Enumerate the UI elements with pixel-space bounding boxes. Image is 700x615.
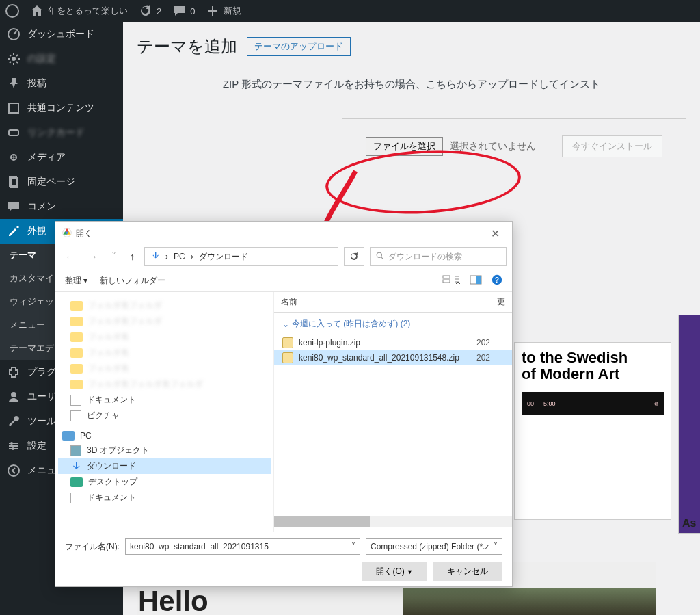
tree-folder[interactable]: フォルダ名 [58,361,271,376]
tree-label: ドキュメント [87,492,136,503]
close-button[interactable]: ✕ [485,226,505,241]
comments-count: 0 [190,6,195,16]
column-date[interactable]: 更 [497,296,505,308]
updates[interactable]: 2 [139,4,161,18]
site-link[interactable]: 年をとるって楽しい [30,4,128,18]
tree-label: フォルダ名 [88,363,129,374]
sidebar-item-label: ダッシュボード [27,28,94,40]
sidebar-item-label: 設定 [27,440,46,452]
new-folder-button[interactable]: 新しいフォルダー [100,275,165,287]
tree-folder[interactable]: フォルダ名 [58,345,271,361]
filename-input[interactable]: keni80_wp_standard_all_2021091315˅ [125,538,360,555]
comments[interactable]: 0 [172,4,195,18]
dashboard-icon [7,27,21,41]
sidebar-item-linkcard[interactable]: リンクカード [0,120,123,145]
column-name[interactable]: 名前 [281,296,497,308]
tree-label: フォルダ名フォルダ名フォルダ [88,378,203,390]
breadcrumb-path[interactable]: › PC › ダウンロード [144,247,338,266]
tree-desktop[interactable]: デスクトップ [58,474,271,490]
sidebar-item-common-content[interactable]: 共通コンテンツ [0,96,123,120]
horizontal-scrollbar[interactable] [274,516,512,527]
help-button[interactable]: ? [492,274,502,287]
path-pc[interactable]: PC [174,252,185,261]
tree-folder[interactable]: フォルダ名フォルダ名フォルダ [58,376,271,392]
picture-icon [70,410,81,421]
new-label: 新規 [224,5,241,17]
comment-icon [7,200,21,213]
document-icon [70,493,81,503]
tree-label: フォルダ名 [88,347,129,358]
theme-preview-hello: Hello [138,585,208,615]
chevron-down-icon: ˅ [494,542,498,551]
sidebar-item-label: メニュ [27,464,56,477]
tree-documents[interactable]: ドキュメント [58,392,271,408]
preview-time: 00 — 5:00 [527,400,556,407]
file-row[interactable]: keni80_wp_standard_all_202109131548.zip … [274,350,512,365]
nav-forward[interactable]: → [84,250,102,263]
upload-theme-tab[interactable]: テーマのアップロード [247,37,351,56]
tree-documents-pc[interactable]: ドキュメント [58,490,271,506]
tree-pc[interactable]: PC [58,429,271,443]
open-button[interactable]: 開く(O) ▼ [362,562,427,581]
folder-icon [70,348,83,358]
file-row[interactable]: keni-lp-plugin.zip 202 [274,335,512,350]
sidebar-item-settings-plugin[interactable]: の設定 [0,47,123,71]
path-downloads[interactable]: ダウンロード [199,251,248,263]
preview-title-line2: of Modern Art [522,366,664,382]
sidebar-item-dashboard[interactable]: ダッシュボード [0,22,123,47]
organize-menu[interactable]: 整理 ▾ [65,275,88,287]
svg-rect-3 [9,103,18,113]
sidebar-item-posts[interactable]: 投稿 [0,71,123,96]
tree-folder[interactable]: フォルダ名フォルダ [58,313,271,329]
dialog-nav-row: ← → ˅ ↑ › PC › ダウンロード ダウンロードの検索 [55,246,512,270]
filetype-filter[interactable]: Compressed (zipped) Folder (*.z˅ [366,538,502,555]
nav-back[interactable]: ← [61,250,79,263]
svg-point-10 [14,445,17,447]
install-now-button[interactable]: 今すぐインストール [562,135,662,157]
filename-label: ファイル名(N): [65,541,120,553]
view-options[interactable] [442,275,460,287]
sidebar-item-label: ユーザ [27,391,56,403]
sidebar-item-media[interactable]: メディア [0,145,123,170]
nav-recent[interactable]: ˅ [107,250,120,263]
svg-point-12 [8,465,19,476]
preview-title-line1: to the Swedish [522,350,664,366]
refresh-button[interactable] [344,247,364,266]
link-icon [7,126,21,140]
sidebar-item-label: 固定ページ [27,176,75,188]
cancel-button[interactable]: キャンセル [433,562,502,581]
sidebar-item-pages[interactable]: 固定ページ [0,170,123,194]
sidebar-item-label: リンクカード [27,127,85,139]
preview-pane-toggle[interactable] [470,275,482,287]
folder-tree: フォルダ名フォルダ フォルダ名フォルダ フォルダ名 フォルダ名 フォルダ名 フォ… [55,292,274,532]
chevron-down-icon: ˅ [351,542,355,551]
tree-pictures[interactable]: ピクチャ [58,408,271,423]
wrench-icon [7,415,21,428]
file-open-dialog: 開く ✕ ← → ˅ ↑ › PC › ダウンロード ダウンロードの検索 整理 … [55,221,513,587]
search-box[interactable]: ダウンロードの検索 [370,247,507,266]
new-content[interactable]: 新規 [206,4,241,18]
search-icon [376,252,384,262]
gear-icon [7,52,21,66]
site-title: 年をとるって楽しい [48,5,128,17]
file-list: 名前 更 ⌄今週に入って (昨日は含めず) (2) keni-lp-plugin… [274,292,512,532]
tree-label: ダウンロード [87,460,136,472]
tree-3d-objects[interactable]: 3D オブジェクト [58,443,271,458]
tree-downloads[interactable]: ダウンロード [58,458,271,474]
tree-label: ピクチャ [87,410,120,421]
sidebar-item-comments[interactable]: コメン [0,194,123,219]
tree-folder[interactable]: フォルダ名フォルダ [58,298,271,313]
sidebar-item-label: コメン [27,200,56,213]
download-icon [70,461,81,472]
nav-up[interactable]: ↑ [126,250,139,263]
zip-icon [282,352,293,363]
tree-folder[interactable]: フォルダ名 [58,329,271,345]
file-group-header[interactable]: ⌄今週に入って (昨日は含めず) (2) [274,313,512,335]
media-icon [7,151,21,164]
svg-rect-17 [443,280,450,283]
wp-logo[interactable] [5,4,19,18]
plus-icon [206,4,219,18]
dialog-footer: ファイル名(N): keni80_wp_standard_all_2021091… [55,532,512,588]
comment-icon [172,4,186,18]
zip-icon [282,337,293,348]
